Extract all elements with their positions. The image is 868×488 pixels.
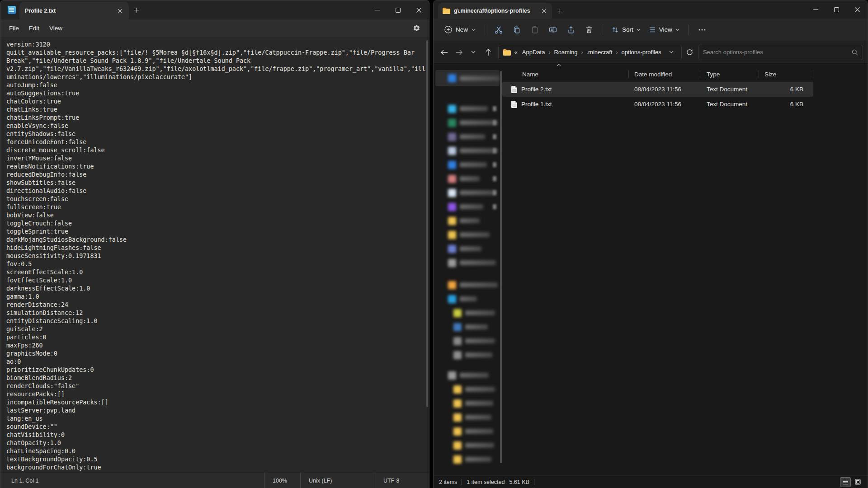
view-list-icon [649,26,656,33]
encoding[interactable]: UTF-8 [375,473,429,488]
more-options-button[interactable] [693,22,711,38]
close-button[interactable] [847,0,868,19]
sidebar-item-label-redacted [460,148,498,153]
sidebar-item-label-redacted [465,310,495,315]
sidebar-item[interactable] [434,144,502,158]
sidebar-item[interactable] [434,382,502,396]
sidebar-item[interactable] [434,306,502,320]
notepad-tab-title: Profile 2.txt [25,8,114,14]
column-header-type[interactable]: Type [701,69,759,79]
sidebar-item-icon [453,337,462,345]
sidebar-item[interactable] [434,256,502,270]
share-button[interactable] [562,22,580,38]
cut-button[interactable] [490,22,508,38]
rename-button[interactable] [544,22,562,38]
column-header-size[interactable]: Size [759,69,813,79]
breadcrumb-item[interactable]: .minecraft [584,47,615,57]
notepad-tab[interactable]: Profile 2.txt [19,2,129,19]
menu-file[interactable]: File [4,22,24,34]
up-button[interactable] [481,45,494,60]
sidebar-item[interactable] [434,320,502,334]
breadcrumb-overflow-icon[interactable]: « [514,49,518,56]
forward-button[interactable] [453,45,465,60]
view-button[interactable]: View [645,23,684,37]
column-header-date-modified[interactable]: Date modified [629,69,701,79]
explorer-statusbar: 2 items 1 item selected 5.61 KB [434,475,868,488]
menu-edit[interactable]: Edit [24,22,44,34]
search-input[interactable] [703,49,852,56]
sidebar-item[interactable] [434,438,502,452]
minimize-button[interactable] [805,0,826,19]
sidebar-item[interactable] [434,452,502,466]
sidebar-item-icon [448,119,456,127]
sidebar-item[interactable] [434,334,502,348]
sidebar-item[interactable] [435,70,500,86]
file-size: 6 KB [759,86,813,93]
sidebar-item[interactable] [434,116,502,130]
explorer-tab[interactable]: g\.minecraft\options-profiles [438,3,552,19]
back-button[interactable] [438,45,451,60]
sidebar-item[interactable] [434,172,502,186]
sidebar-item[interactable] [434,228,502,242]
search-box[interactable] [698,45,863,60]
address-dropdown-icon[interactable] [664,45,679,60]
sidebar-item-icon [453,399,462,408]
sidebar-item-label-redacted [460,176,480,181]
details-view-button[interactable] [840,477,851,487]
breadcrumb-item[interactable]: Roaming [551,47,580,57]
editor-area[interactable]: version:3120 quilt_available_resource_pa… [0,37,429,473]
tab-close-icon[interactable] [538,5,549,16]
breadcrumb-item[interactable]: options-profiles [619,47,664,57]
menu-view[interactable]: View [44,22,67,34]
sidebar-item-icon [448,203,456,211]
sidebar-item-label-redacted [460,373,489,378]
file-row[interactable]: Profile 2.txt08/04/2023 11:56Text Docume… [502,82,813,97]
new-tab-button[interactable] [552,3,567,19]
sidebar-item[interactable] [434,186,502,200]
sidebar-item[interactable] [434,348,502,362]
sidebar-item[interactable] [434,278,502,292]
sidebar-item[interactable] [434,242,502,256]
sidebar-item[interactable] [434,410,502,424]
zoom-level[interactable]: 100% [264,473,300,488]
delete-button[interactable] [580,22,598,38]
maximize-button[interactable] [826,0,847,19]
sidebar-scrollbar[interactable] [500,71,502,463]
sidebar-item[interactable] [434,396,502,410]
copy-button[interactable] [508,22,526,38]
address-field[interactable]: « AppData›Roaming›.minecraft›options-pro… [498,45,682,60]
sort-direction-icon [557,64,561,66]
toolbar-divider [688,24,689,35]
large-icons-view-button[interactable] [852,477,863,487]
sort-button[interactable]: Sort [608,23,645,37]
paste-button[interactable] [526,22,544,38]
sidebar-item[interactable] [434,368,502,382]
sidebar-item[interactable] [434,214,502,228]
sidebar-item[interactable] [434,130,502,144]
sidebar-item-label-redacted [460,218,480,223]
minimize-button[interactable] [367,0,387,19]
editor-scrollbar[interactable] [426,40,428,407]
maximize-button[interactable] [387,0,408,19]
new-tab-button[interactable] [129,0,144,19]
recent-locations-button[interactable] [467,45,480,60]
sidebar-item-icon [453,351,462,359]
tab-close-icon[interactable] [114,5,125,16]
refresh-button[interactable] [684,45,696,60]
sidebar-item[interactable] [434,158,502,172]
sidebar-item[interactable] [434,200,502,214]
file-row[interactable]: Profile 1.txt08/04/2023 11:56Text Docume… [502,97,813,112]
close-button[interactable] [408,0,429,19]
settings-gear-icon[interactable] [409,21,424,35]
sidebar-item[interactable] [434,292,502,306]
column-header-name[interactable]: Name [502,69,629,79]
new-button[interactable]: New [440,23,480,37]
line-ending[interactable]: Unix (LF) [300,473,375,488]
view-button-label: View [659,26,672,33]
selection-size: 5.61 KB [509,479,529,485]
file-type: Text Document [701,101,759,108]
breadcrumb-item[interactable]: AppData [519,47,548,57]
sidebar-item[interactable] [434,424,502,438]
sidebar-item-icon [453,427,462,436]
sidebar-item[interactable] [434,102,502,116]
